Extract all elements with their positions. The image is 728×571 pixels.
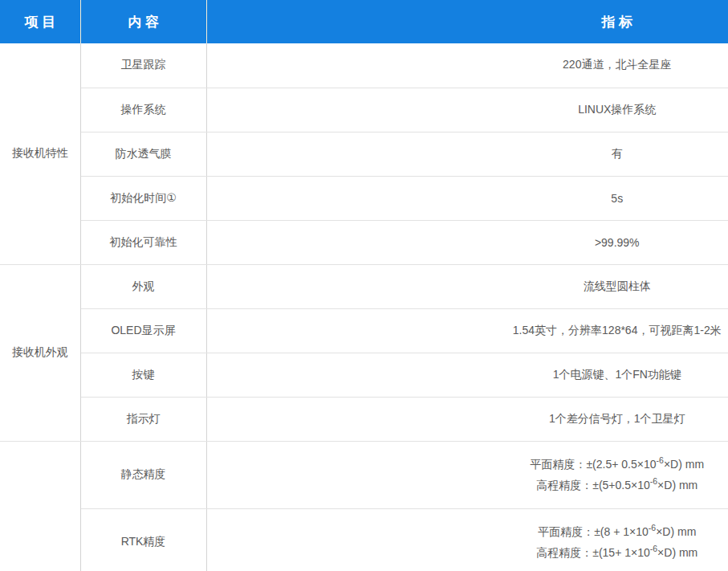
spec-value-cell: 平面精度：±(2.5+ 0.5×10-6×D) mm 高程精度：±(5+0.5×…	[206, 441, 728, 508]
table-row: 初始化时间① 5s	[0, 176, 728, 220]
table-row: 接收机外观 外观 流线型圆柱体	[0, 264, 728, 308]
table-row: 指示灯 1个差分信号灯，1个卫星灯	[0, 397, 728, 441]
superscript-exponent: -6	[657, 455, 664, 465]
header-cell-spec: 指 标	[206, 0, 728, 43]
table-row: RTK精度 平面精度：±(8 + 1×10-6×D) mm 高程精度：±(15+…	[0, 508, 728, 571]
group-label-cell: 接收机特性	[0, 43, 80, 264]
spec-line-tail: ×D) mm	[657, 546, 697, 559]
spec-table-viewport: 项 目 内 容 指 标 接收机特性 卫星跟踪 220通道，北斗全星座 操作系统 …	[0, 0, 728, 571]
spec-name-cell: 防水透气膜	[80, 132, 206, 176]
spec-name-cell: 静态精度	[80, 441, 206, 508]
header-cell-content: 内 容	[80, 0, 206, 43]
table-row: 操作系统 LINUX操作系统	[0, 88, 728, 132]
spec-line-tail: ×D) mm	[657, 479, 697, 491]
table-row: 按键 1个电源键、1个FN功能键	[0, 353, 728, 397]
spec-name-cell: 卫星跟踪	[80, 43, 206, 88]
superscript-exponent: -6	[650, 476, 657, 486]
spec-name-cell: 操作系统	[80, 88, 206, 132]
spec-name-cell: 初始化时间①	[80, 176, 206, 220]
spec-value-cell: >99.99%	[206, 220, 728, 264]
superscript-exponent: -6	[650, 544, 657, 553]
spec-line-base: 高程精度：±(5+0.5×10	[536, 479, 650, 491]
spec-value-cell: 平面精度：±(8 + 1×10-6×D) mm 高程精度：±(15+ 1×10-…	[206, 508, 728, 571]
group-label-cell	[0, 441, 80, 571]
spec-line: 高程精度：±(5+0.5×10-6×D) mm	[207, 475, 728, 496]
spec-line-tail: ×D) mm	[664, 458, 704, 471]
header-row: 项 目 内 容 指 标	[0, 0, 728, 43]
table-row: 静态精度 平面精度：±(2.5+ 0.5×10-6×D) mm 高程精度：±(5…	[0, 441, 728, 508]
spec-name-cell: OLED显示屏	[80, 308, 206, 353]
spec-line-base: 平面精度：±(8 + 1×10	[538, 525, 649, 538]
spec-name-cell: 指示灯	[80, 397, 206, 441]
spec-value-cell: 1个差分信号灯，1个卫星灯	[206, 397, 728, 441]
spec-line: 平面精度：±(2.5+ 0.5×10-6×D) mm	[207, 454, 728, 475]
spec-name-cell: RTK精度	[80, 508, 206, 571]
table-row: 防水透气膜 有	[0, 132, 728, 176]
table-row: 接收机特性 卫星跟踪 220通道，北斗全星座	[0, 43, 728, 88]
spec-value-cell: 5s	[206, 176, 728, 220]
table-row: OLED显示屏 1.54英寸，分辨率128*64，可视距离1-2米	[0, 308, 728, 353]
spec-line: 平面精度：±(8 + 1×10-6×D) mm	[207, 521, 728, 542]
spec-value-cell: 流线型圆柱体	[206, 264, 728, 308]
spec-value-cell: 220通道，北斗全星座	[206, 43, 728, 88]
spec-value-cell: 1.54英寸，分辨率128*64，可视距离1-2米	[206, 308, 728, 353]
spec-line-base: 高程精度：±(15+ 1×10	[536, 546, 650, 559]
spec-value-cell: 1个电源键、1个FN功能键	[206, 353, 728, 397]
header-cell-item: 项 目	[0, 0, 80, 43]
spec-line: 高程精度：±(15+ 1×10-6×D) mm	[207, 542, 728, 563]
spec-value-cell: 有	[206, 132, 728, 176]
superscript-exponent: -6	[649, 523, 656, 532]
spec-table: 项 目 内 容 指 标 接收机特性 卫星跟踪 220通道，北斗全星座 操作系统 …	[0, 0, 728, 571]
spec-name-cell: 初始化可靠性	[80, 220, 206, 264]
spec-name-cell: 外观	[80, 264, 206, 308]
spec-line-tail: ×D) mm	[656, 525, 696, 538]
spec-name-cell: 按键	[80, 353, 206, 397]
group-label-cell: 接收机外观	[0, 264, 80, 441]
table-row: 初始化可靠性 >99.99%	[0, 220, 728, 264]
spec-line-base: 平面精度：±(2.5+ 0.5×10	[530, 458, 656, 471]
spec-value-cell: LINUX操作系统	[206, 88, 728, 132]
